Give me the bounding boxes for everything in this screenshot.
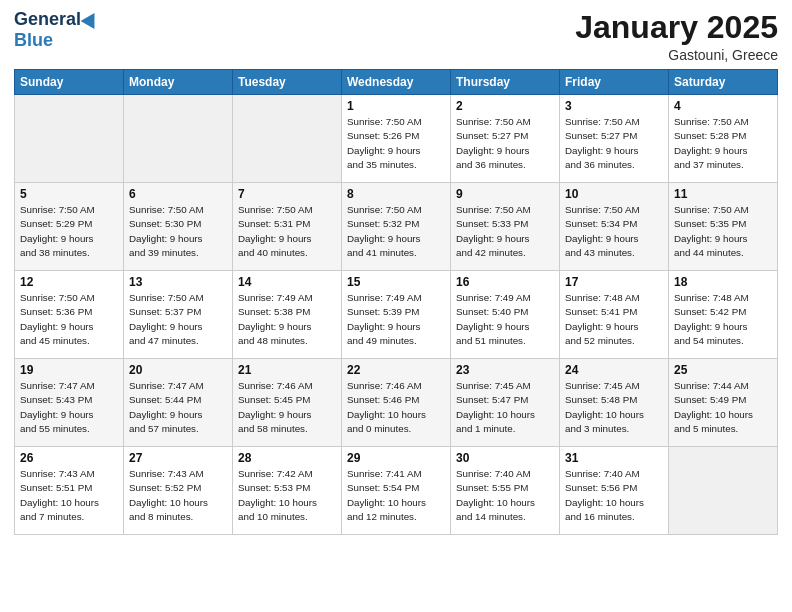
week-row-4: 19Sunrise: 7:47 AM Sunset: 5:43 PM Dayli… xyxy=(15,359,778,447)
day-number: 20 xyxy=(129,363,227,377)
calendar-cell: 24Sunrise: 7:45 AM Sunset: 5:48 PM Dayli… xyxy=(560,359,669,447)
logo: General Blue xyxy=(14,10,99,51)
day-info: Sunrise: 7:50 AM Sunset: 5:35 PM Dayligh… xyxy=(674,203,772,260)
day-info: Sunrise: 7:48 AM Sunset: 5:41 PM Dayligh… xyxy=(565,291,663,348)
day-number: 24 xyxy=(565,363,663,377)
calendar-cell: 10Sunrise: 7:50 AM Sunset: 5:34 PM Dayli… xyxy=(560,183,669,271)
day-number: 5 xyxy=(20,187,118,201)
calendar-location: Gastouni, Greece xyxy=(575,47,778,63)
day-number: 2 xyxy=(456,99,554,113)
day-info: Sunrise: 7:43 AM Sunset: 5:51 PM Dayligh… xyxy=(20,467,118,524)
day-info: Sunrise: 7:40 AM Sunset: 5:56 PM Dayligh… xyxy=(565,467,663,524)
weekday-header-thursday: Thursday xyxy=(451,70,560,95)
day-number: 30 xyxy=(456,451,554,465)
calendar-cell: 27Sunrise: 7:43 AM Sunset: 5:52 PM Dayli… xyxy=(124,447,233,535)
calendar-cell: 19Sunrise: 7:47 AM Sunset: 5:43 PM Dayli… xyxy=(15,359,124,447)
day-info: Sunrise: 7:47 AM Sunset: 5:44 PM Dayligh… xyxy=(129,379,227,436)
calendar-cell xyxy=(15,95,124,183)
day-number: 6 xyxy=(129,187,227,201)
day-number: 21 xyxy=(238,363,336,377)
day-info: Sunrise: 7:50 AM Sunset: 5:27 PM Dayligh… xyxy=(565,115,663,172)
day-info: Sunrise: 7:45 AM Sunset: 5:48 PM Dayligh… xyxy=(565,379,663,436)
calendar-cell: 18Sunrise: 7:48 AM Sunset: 5:42 PM Dayli… xyxy=(669,271,778,359)
day-number: 10 xyxy=(565,187,663,201)
calendar-cell: 30Sunrise: 7:40 AM Sunset: 5:55 PM Dayli… xyxy=(451,447,560,535)
day-number: 7 xyxy=(238,187,336,201)
calendar-cell: 7Sunrise: 7:50 AM Sunset: 5:31 PM Daylig… xyxy=(233,183,342,271)
calendar-cell xyxy=(124,95,233,183)
logo-blue-text: Blue xyxy=(14,30,53,51)
day-info: Sunrise: 7:47 AM Sunset: 5:43 PM Dayligh… xyxy=(20,379,118,436)
day-info: Sunrise: 7:40 AM Sunset: 5:55 PM Dayligh… xyxy=(456,467,554,524)
day-number: 22 xyxy=(347,363,445,377)
day-number: 23 xyxy=(456,363,554,377)
weekday-header-tuesday: Tuesday xyxy=(233,70,342,95)
day-number: 27 xyxy=(129,451,227,465)
day-number: 13 xyxy=(129,275,227,289)
day-info: Sunrise: 7:50 AM Sunset: 5:27 PM Dayligh… xyxy=(456,115,554,172)
calendar-cell: 1Sunrise: 7:50 AM Sunset: 5:26 PM Daylig… xyxy=(342,95,451,183)
week-row-2: 5Sunrise: 7:50 AM Sunset: 5:29 PM Daylig… xyxy=(15,183,778,271)
day-info: Sunrise: 7:49 AM Sunset: 5:40 PM Dayligh… xyxy=(456,291,554,348)
weekday-header-friday: Friday xyxy=(560,70,669,95)
calendar-cell: 21Sunrise: 7:46 AM Sunset: 5:45 PM Dayli… xyxy=(233,359,342,447)
day-info: Sunrise: 7:48 AM Sunset: 5:42 PM Dayligh… xyxy=(674,291,772,348)
day-info: Sunrise: 7:50 AM Sunset: 5:31 PM Dayligh… xyxy=(238,203,336,260)
weekday-header-monday: Monday xyxy=(124,70,233,95)
day-info: Sunrise: 7:50 AM Sunset: 5:32 PM Dayligh… xyxy=(347,203,445,260)
day-number: 14 xyxy=(238,275,336,289)
day-number: 31 xyxy=(565,451,663,465)
day-info: Sunrise: 7:50 AM Sunset: 5:30 PM Dayligh… xyxy=(129,203,227,260)
calendar-cell: 28Sunrise: 7:42 AM Sunset: 5:53 PM Dayli… xyxy=(233,447,342,535)
calendar-cell: 25Sunrise: 7:44 AM Sunset: 5:49 PM Dayli… xyxy=(669,359,778,447)
header: General Blue January 2025 Gastouni, Gree… xyxy=(14,10,778,63)
day-number: 3 xyxy=(565,99,663,113)
calendar-table: SundayMondayTuesdayWednesdayThursdayFrid… xyxy=(14,69,778,535)
calendar-cell: 16Sunrise: 7:49 AM Sunset: 5:40 PM Dayli… xyxy=(451,271,560,359)
day-info: Sunrise: 7:45 AM Sunset: 5:47 PM Dayligh… xyxy=(456,379,554,436)
day-number: 26 xyxy=(20,451,118,465)
week-row-3: 12Sunrise: 7:50 AM Sunset: 5:36 PM Dayli… xyxy=(15,271,778,359)
calendar-cell: 9Sunrise: 7:50 AM Sunset: 5:33 PM Daylig… xyxy=(451,183,560,271)
calendar-cell: 23Sunrise: 7:45 AM Sunset: 5:47 PM Dayli… xyxy=(451,359,560,447)
day-info: Sunrise: 7:46 AM Sunset: 5:45 PM Dayligh… xyxy=(238,379,336,436)
calendar-cell: 12Sunrise: 7:50 AM Sunset: 5:36 PM Dayli… xyxy=(15,271,124,359)
weekday-header-wednesday: Wednesday xyxy=(342,70,451,95)
calendar-cell xyxy=(669,447,778,535)
day-number: 25 xyxy=(674,363,772,377)
day-number: 29 xyxy=(347,451,445,465)
calendar-cell: 4Sunrise: 7:50 AM Sunset: 5:28 PM Daylig… xyxy=(669,95,778,183)
day-number: 15 xyxy=(347,275,445,289)
calendar-cell: 14Sunrise: 7:49 AM Sunset: 5:38 PM Dayli… xyxy=(233,271,342,359)
calendar-cell: 6Sunrise: 7:50 AM Sunset: 5:30 PM Daylig… xyxy=(124,183,233,271)
calendar-cell: 26Sunrise: 7:43 AM Sunset: 5:51 PM Dayli… xyxy=(15,447,124,535)
day-info: Sunrise: 7:50 AM Sunset: 5:29 PM Dayligh… xyxy=(20,203,118,260)
logo-text: General xyxy=(14,10,99,30)
day-number: 11 xyxy=(674,187,772,201)
calendar-cell: 29Sunrise: 7:41 AM Sunset: 5:54 PM Dayli… xyxy=(342,447,451,535)
day-number: 12 xyxy=(20,275,118,289)
title-block: January 2025 Gastouni, Greece xyxy=(575,10,778,63)
calendar-cell: 22Sunrise: 7:46 AM Sunset: 5:46 PM Dayli… xyxy=(342,359,451,447)
logo-triangle-icon xyxy=(81,9,102,29)
day-info: Sunrise: 7:50 AM Sunset: 5:33 PM Dayligh… xyxy=(456,203,554,260)
calendar-cell: 20Sunrise: 7:47 AM Sunset: 5:44 PM Dayli… xyxy=(124,359,233,447)
calendar-title: January 2025 xyxy=(575,10,778,45)
day-info: Sunrise: 7:50 AM Sunset: 5:34 PM Dayligh… xyxy=(565,203,663,260)
calendar-cell: 8Sunrise: 7:50 AM Sunset: 5:32 PM Daylig… xyxy=(342,183,451,271)
calendar-cell: 15Sunrise: 7:49 AM Sunset: 5:39 PM Dayli… xyxy=(342,271,451,359)
day-info: Sunrise: 7:50 AM Sunset: 5:37 PM Dayligh… xyxy=(129,291,227,348)
calendar-cell: 17Sunrise: 7:48 AM Sunset: 5:41 PM Dayli… xyxy=(560,271,669,359)
calendar-cell: 11Sunrise: 7:50 AM Sunset: 5:35 PM Dayli… xyxy=(669,183,778,271)
calendar-cell xyxy=(233,95,342,183)
day-info: Sunrise: 7:49 AM Sunset: 5:39 PM Dayligh… xyxy=(347,291,445,348)
logo-general: General xyxy=(14,10,81,30)
week-row-5: 26Sunrise: 7:43 AM Sunset: 5:51 PM Dayli… xyxy=(15,447,778,535)
page: General Blue January 2025 Gastouni, Gree… xyxy=(0,0,792,612)
calendar-cell: 5Sunrise: 7:50 AM Sunset: 5:29 PM Daylig… xyxy=(15,183,124,271)
weekday-header-saturday: Saturday xyxy=(669,70,778,95)
day-number: 19 xyxy=(20,363,118,377)
day-info: Sunrise: 7:50 AM Sunset: 5:28 PM Dayligh… xyxy=(674,115,772,172)
calendar-cell: 3Sunrise: 7:50 AM Sunset: 5:27 PM Daylig… xyxy=(560,95,669,183)
day-info: Sunrise: 7:50 AM Sunset: 5:36 PM Dayligh… xyxy=(20,291,118,348)
